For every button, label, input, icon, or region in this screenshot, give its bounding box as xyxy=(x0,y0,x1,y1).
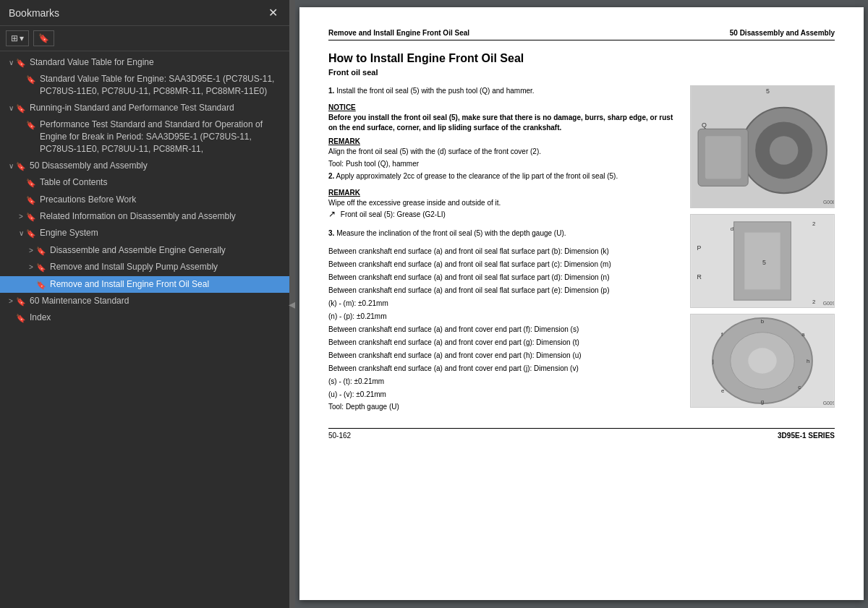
expand-arrow-icon: > xyxy=(26,262,36,273)
bookmark-item-label: Precautions Before Work xyxy=(40,194,284,206)
bookmark-item-related-info[interactable]: >🔖Related Information on Disassembly and… xyxy=(0,208,289,225)
svg-text:Q: Q xyxy=(702,121,707,129)
svg-text:5: 5 xyxy=(766,87,770,95)
grease-symbol-icon: ↗ xyxy=(328,209,336,219)
dimension-5: Between crankshaft end surface (a) and f… xyxy=(328,324,678,335)
bookmark-item-standard-value-sub[interactable]: 🔖Standard Value Table for Engine: SAA3D9… xyxy=(0,71,289,100)
close-bookmarks-button[interactable]: ✕ xyxy=(265,6,281,20)
bookmark-item-index[interactable]: 🔖Index xyxy=(0,309,289,326)
bookmark-page-icon: 🔖 xyxy=(16,58,26,69)
doc-page: Remove and Install Engine Front Oil Seal… xyxy=(299,7,864,600)
bookmark-page-icon: 🔖 xyxy=(26,120,36,131)
grease-label: ↗ Front oil seal (5): Grease (G2-LI) xyxy=(328,208,678,220)
bookmark-item-supply-pump[interactable]: >🔖Remove and Install Supply Pump Assembl… xyxy=(0,259,289,275)
remark-1: REMARK Align the front oil seal (5) with… xyxy=(328,137,678,157)
expand-arrow-icon: ∨ xyxy=(6,161,16,171)
svg-point-22 xyxy=(748,348,776,373)
bookmark-item-label: 60 Maintenance Standard xyxy=(30,295,284,307)
notice-text: Before you install the front oil seal (5… xyxy=(328,113,678,133)
svg-text:j: j xyxy=(712,358,714,364)
bookmark-item-50-disassembly[interactable]: ∨🔖50 Disassembly and Assembly xyxy=(0,158,289,174)
step-3-text: Measure the inclination of the front oil… xyxy=(336,229,566,237)
expand-arrow-icon: ∨ xyxy=(6,58,16,68)
dimension-8: Between crankshaft end surface (a) and f… xyxy=(328,363,678,374)
bookmarks-panel: Bookmarks ✕ ⊞ ▾ 🔖 ∨🔖Standard Value Table… xyxy=(0,0,289,608)
bookmark-item-label: Remove and Install Supply Pump Assembly xyxy=(50,261,284,273)
svg-text:G0088688: G0088688 xyxy=(823,200,834,205)
step-1-number: 1. xyxy=(328,87,334,95)
bookmark-item-label: 50 Disassembly and Assembly xyxy=(30,160,284,172)
bookmark-item-60-maintenance[interactable]: >🔖60 Maintenance Standard xyxy=(0,293,289,309)
step-1-text: Install the front oil seal (5) with the … xyxy=(336,87,534,95)
view-icon: ⊞ xyxy=(11,33,18,43)
remark-1-text: Align the front oil seal (5) with the (d… xyxy=(328,147,678,157)
expand-arrow-icon: ∨ xyxy=(16,228,26,239)
bookmark-item-disassemble-engine[interactable]: >🔖Disassemble and Assemble Engine Genera… xyxy=(0,242,289,259)
svg-text:e: e xyxy=(721,388,725,394)
bookmark-item-label: Standard Value Table for Engine: SAA3D95… xyxy=(40,73,284,98)
dimension-3: Between crankshaft end surface (a) and f… xyxy=(328,272,678,283)
dimension-st: (s) - (t): ±0.21mm xyxy=(328,376,678,387)
bookmark-item-label: Remove and Install Engine Front Oil Seal xyxy=(50,278,284,291)
svg-text:2: 2 xyxy=(812,299,815,305)
remark-1-title: REMARK xyxy=(328,137,678,145)
doc-header-right: 50 Disassembly and Assembly xyxy=(730,29,835,37)
bookmarks-header: Bookmarks ✕ xyxy=(0,0,289,26)
bookmark-item-engine-system[interactable]: ∨🔖Engine System xyxy=(0,225,289,241)
svg-text:5: 5 xyxy=(762,259,766,266)
dimension-np: (n) - (p): ±0.21mm xyxy=(328,311,678,322)
remark-2-text: Wipe off the excessive grease inside and… xyxy=(328,198,678,208)
dimension-7: Between crankshaft end surface (a) and f… xyxy=(328,350,678,361)
bookmark-page-icon: 🔖 xyxy=(26,74,36,85)
bookmark-icon: 🔖 xyxy=(38,33,49,43)
panel-resizer[interactable]: ◀ xyxy=(289,0,295,608)
svg-text:b: b xyxy=(761,318,765,325)
svg-point-3 xyxy=(770,136,799,165)
bookmark-view-button[interactable]: 🔖 xyxy=(33,30,54,46)
engine-illustration-3: b a h c g e j f G0097289 xyxy=(691,314,834,407)
bookmark-page-icon: 🔖 xyxy=(16,103,26,114)
dimension-km: (k) - (m): ±0.21mm xyxy=(328,298,678,309)
step-2-text: Apply approximately 2cc of grease to the… xyxy=(336,172,618,180)
svg-text:2: 2 xyxy=(812,220,815,227)
bookmark-item-performance-test[interactable]: 🔖Performance Test Standard and Standard … xyxy=(0,116,289,157)
bookmark-item-label: Related Information on Disassembly and A… xyxy=(40,210,284,223)
step-1: 1. Install the front oil seal (5) with t… xyxy=(328,85,678,96)
svg-text:R: R xyxy=(697,273,701,281)
bookmark-page-icon: 🔖 xyxy=(26,212,36,223)
dimension-2: Between crankshaft end surface (a) and f… xyxy=(328,259,678,270)
svg-text:G0096743: G0096743 xyxy=(823,301,834,306)
view-toggle-button[interactable]: ⊞ ▾ xyxy=(6,30,29,46)
svg-text:P: P xyxy=(697,244,701,252)
bookmark-item-running-standard[interactable]: ∨🔖Running-in Standard and Performance Te… xyxy=(0,100,289,116)
svg-text:G0097289: G0097289 xyxy=(823,401,834,406)
bookmark-page-icon: 🔖 xyxy=(16,296,26,307)
doc-text-column: 1. Install the front oil seal (5) with t… xyxy=(328,85,678,414)
bookmark-page-icon: 🔖 xyxy=(16,161,26,172)
notice-box: NOTICE Before you install the front oil … xyxy=(328,103,678,133)
bookmarks-list: ∨🔖Standard Value Table for Engine🔖Standa… xyxy=(0,51,289,608)
bookmark-item-precautions[interactable]: 🔖Precautions Before Work xyxy=(0,192,289,208)
bookmark-item-label: Index xyxy=(30,312,284,324)
step-2-number: 2. xyxy=(328,172,334,180)
doc-page-footer: 50-162 3D95E-1 SERIES xyxy=(328,428,835,440)
bookmark-item-standard-value[interactable]: ∨🔖Standard Value Table for Engine xyxy=(0,54,289,71)
doc-images-column: 5 Q G0088688 P R d 5 2 xyxy=(690,85,835,414)
engine-illustration-2: P R d 5 2 2 G0096743 xyxy=(691,215,834,307)
doc-image-2: P R d 5 2 2 G0096743 xyxy=(690,214,835,308)
step-3-number: 3. xyxy=(328,229,334,237)
remark-2: REMARK Wipe off the excessive grease ins… xyxy=(328,189,678,208)
bookmark-page-icon: 🔖 xyxy=(26,178,36,189)
dimension-1: Between crankshaft end surface (a) and f… xyxy=(328,246,678,257)
bookmark-page-icon: 🔖 xyxy=(26,195,36,206)
notice-title: NOTICE xyxy=(328,103,678,111)
doc-page-header: Remove and Install Engine Front Oil Seal… xyxy=(328,29,835,40)
svg-rect-5 xyxy=(705,136,741,179)
doc-image-1: 5 Q G0088688 xyxy=(690,85,835,208)
tool-2-text: Tool: Depth gauge (U) xyxy=(328,403,678,411)
bookmark-item-label: Performance Test Standard and Standard f… xyxy=(40,119,284,155)
bookmark-item-table-of-contents[interactable]: 🔖Table of Contents xyxy=(0,174,289,191)
svg-text:g: g xyxy=(761,398,764,405)
bookmark-item-engine-front-oil-seal[interactable]: 🔖Remove and Install Engine Front Oil Sea… xyxy=(0,276,289,293)
step-3: 3. Measure the inclination of the front … xyxy=(328,228,678,239)
